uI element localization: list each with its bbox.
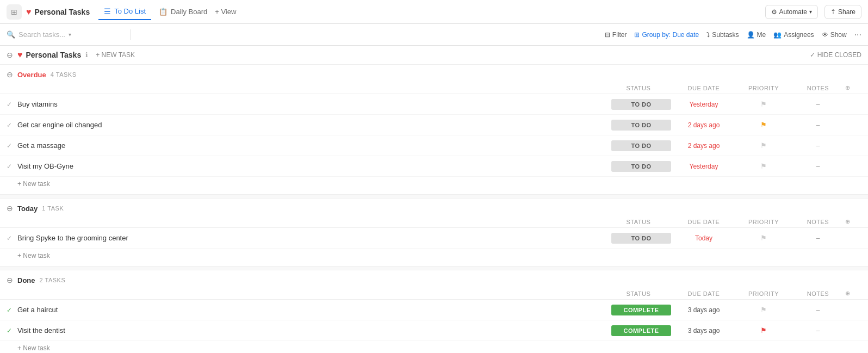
table-row: ✓ Visit my OB-Gyne TO DO Yesterday ⚑ –	[0, 156, 868, 177]
status-badge[interactable]: COMPLETE	[611, 325, 671, 336]
col-due-done: DUE DATE	[671, 290, 736, 297]
top-nav: ⊞ ♥ Personal Tasks ☰ To Do List 📋 Daily …	[0, 0, 868, 24]
notes-cell: –	[791, 121, 845, 129]
notes-cell: –	[791, 234, 845, 242]
search-chevron-icon: ▾	[69, 32, 71, 38]
task-name[interactable]: Get a massage	[17, 141, 611, 150]
done-col-headers: STATUS DUE DATE PRIORITY NOTES ⊕	[0, 288, 868, 300]
notes-cell: –	[791, 142, 845, 150]
collapse-done-btn[interactable]: ⊖	[7, 276, 13, 284]
status-badge[interactable]: TO DO	[611, 99, 671, 110]
task-check-icon[interactable]: ✓	[7, 306, 17, 314]
tab-todo[interactable]: ☰ To Do List	[98, 4, 151, 20]
status-badge[interactable]: TO DO	[611, 161, 671, 172]
app-icon[interactable]: ⊞	[7, 4, 22, 20]
group-icon: ⊞	[634, 31, 640, 39]
project-title-nav: ♥ Personal Tasks	[26, 7, 90, 17]
status-badge[interactable]: TO DO	[611, 120, 671, 131]
heart-icon: ♥	[26, 7, 32, 17]
col-due-today: DUE DATE	[671, 219, 736, 225]
task-check-icon[interactable]: ✓	[7, 121, 17, 129]
task-name[interactable]: Bring Spyke to the grooming center	[17, 234, 611, 242]
col-priority-done: PRIORITY	[736, 290, 791, 297]
assignees-btn[interactable]: 👥 Assignees	[773, 31, 814, 39]
task-check-icon[interactable]: ✓	[7, 101, 17, 108]
group-by-btn[interactable]: ⊞ Group by: Due date	[634, 31, 699, 39]
task-check-icon[interactable]: ✓	[7, 163, 17, 170]
due-date: 3 days ago	[671, 306, 736, 314]
flag-icon: ⚑	[760, 306, 767, 314]
add-col-overdue-icon[interactable]: ⊕	[845, 84, 851, 91]
col-notes-overdue: NOTES	[791, 85, 845, 91]
table-row: ✓ Visit the dentist COMPLETE 3 days ago …	[0, 320, 868, 341]
flag-icon: ⚑	[760, 100, 767, 108]
flag-icon: ⚑	[760, 162, 767, 170]
subtasks-btn[interactable]: ⤵ Subtasks	[706, 31, 739, 39]
task-check-icon[interactable]: ✓	[7, 142, 17, 150]
new-task-header-btn[interactable]: + NEW TASK	[92, 50, 138, 60]
collapse-project-btn[interactable]: ⊖	[7, 51, 13, 59]
add-col-today-icon[interactable]: ⊕	[845, 218, 851, 225]
filter-btn[interactable]: ⊟ Filter	[605, 31, 627, 39]
collapse-overdue-btn[interactable]: ⊖	[7, 70, 13, 79]
section-divider	[0, 194, 868, 199]
filter-icon: ⊟	[605, 31, 610, 39]
done-section-header: ⊖ Done 2 TASKS	[0, 270, 868, 288]
due-date: Yesterday	[671, 163, 736, 170]
add-view-btn[interactable]: + View	[215, 4, 236, 20]
task-name[interactable]: Get car engine oil changed	[17, 121, 611, 129]
col-notes-done: NOTES	[791, 290, 845, 297]
show-btn[interactable]: 👁 Show	[822, 31, 847, 39]
section-divider-2	[0, 266, 868, 270]
assignees-icon: 👥	[773, 31, 782, 39]
info-icon[interactable]: ℹ	[85, 51, 88, 59]
automate-btn[interactable]: ⚙ Automate ▾	[765, 5, 818, 19]
automate-icon: ⚙	[771, 8, 777, 16]
task-name[interactable]: Visit my OB-Gyne	[17, 162, 611, 170]
me-icon: 👤	[747, 31, 755, 39]
automate-chevron-icon: ▾	[809, 9, 812, 15]
tab-todo-icon: ☰	[104, 7, 111, 16]
task-name[interactable]: Get a haircut	[17, 306, 611, 314]
status-badge[interactable]: TO DO	[611, 233, 671, 244]
more-btn[interactable]: ···	[854, 30, 861, 40]
priority-cell[interactable]: ⚑	[736, 121, 791, 129]
today-col-headers: STATUS DUE DATE PRIORITY NOTES ⊕	[0, 216, 868, 228]
priority-cell[interactable]: ⚑	[736, 141, 791, 150]
overdue-col-headers: STATUS DUE DATE PRIORITY NOTES ⊕	[0, 82, 868, 94]
done-title: Done	[17, 276, 35, 284]
toolbar-right: ⊟ Filter ⊞ Group by: Due date ⤵ Subtasks…	[605, 30, 861, 40]
new-task-overdue-btn[interactable]: + New task	[0, 177, 868, 194]
table-row: ✓ Bring Spyke to the grooming center TO …	[0, 228, 868, 249]
priority-cell[interactable]: ⚑	[736, 162, 791, 170]
tab-daily-label: Daily Board	[171, 8, 207, 16]
search-input[interactable]: Search tasks...	[18, 30, 65, 39]
collapse-today-btn[interactable]: ⊖	[7, 204, 13, 213]
tab-daily[interactable]: 📋 Daily Board	[153, 4, 213, 20]
share-btn[interactable]: ⇡ Share	[824, 5, 861, 19]
add-col-done-icon[interactable]: ⊕	[845, 290, 851, 296]
status-badge[interactable]: COMPLETE	[611, 305, 671, 315]
new-task-done-btn[interactable]: + New task	[0, 341, 868, 353]
col-status-overdue: STATUS	[606, 85, 671, 91]
new-task-today-btn[interactable]: + New task	[0, 249, 868, 266]
flag-icon: ⚑	[760, 141, 767, 150]
status-badge[interactable]: TO DO	[611, 140, 671, 151]
priority-cell[interactable]: ⚑	[736, 234, 791, 242]
task-check-icon[interactable]: ✓	[7, 327, 17, 335]
me-btn[interactable]: 👤 Me	[747, 31, 766, 39]
priority-cell[interactable]: ⚑	[736, 326, 791, 335]
col-notes-today: NOTES	[791, 219, 845, 225]
priority-cell[interactable]: ⚑	[736, 306, 791, 314]
nav-right: ⚙ Automate ▾ ⇡ Share	[765, 5, 861, 19]
task-name[interactable]: Buy vitamins	[17, 100, 611, 108]
notes-cell: –	[791, 163, 845, 170]
project-header: ⊖ ♥ Personal Tasks ℹ + NEW TASK ✓ HIDE C…	[0, 46, 868, 65]
hide-closed-btn[interactable]: ✓ HIDE CLOSED	[810, 51, 861, 59]
task-name[interactable]: Visit the dentist	[17, 326, 611, 335]
flag-icon: ⚑	[760, 326, 767, 335]
priority-cell[interactable]: ⚑	[736, 100, 791, 108]
due-date: 2 days ago	[671, 121, 736, 129]
search-input-wrap[interactable]: 🔍 Search tasks... ▾	[7, 30, 126, 39]
task-check-icon[interactable]: ✓	[7, 234, 17, 242]
